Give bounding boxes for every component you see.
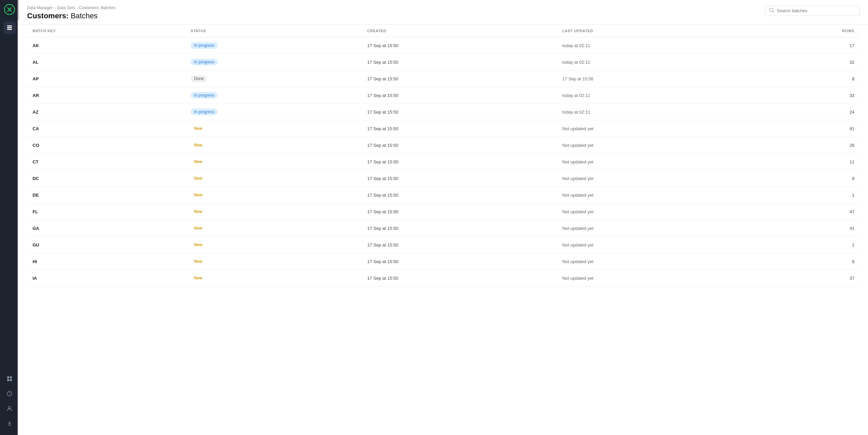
breadcrumb: Data Manager › Data Sets › Customers: Ba… — [27, 5, 116, 10]
cell-status: New — [185, 237, 362, 253]
cell-status: New — [185, 170, 362, 187]
cell-batch-key: AK — [27, 37, 185, 54]
cell-batch-key: CA — [27, 120, 185, 137]
table-row[interactable]: IA New 17 Sep at 15:50 Not updated yet 3… — [27, 270, 860, 286]
svg-rect-6 — [7, 376, 9, 378]
cell-created: 17 Sep at 15:50 — [362, 71, 557, 87]
table-row[interactable]: CO New 17 Sep at 15:50 Not updated yet 2… — [27, 137, 860, 154]
cell-rows: 37 — [752, 270, 860, 286]
cell-last-updated: today at 02:11 — [557, 54, 752, 71]
table-header: BATCH KEY STATUS CREATED LAST UPDATED RO… — [27, 25, 860, 37]
cell-rows: 32 — [752, 54, 860, 71]
breadcrumb-data-sets[interactable]: Data Sets — [57, 5, 75, 10]
cell-rows: 47 — [752, 203, 860, 220]
search-input[interactable] — [777, 8, 855, 13]
cell-rows: 26 — [752, 137, 860, 154]
breadcrumb-sep-1: › — [54, 5, 56, 10]
cell-rows: 9 — [752, 170, 860, 187]
sidebar-bottom: ? — [3, 373, 16, 431]
page-header: Data Manager › Data Sets › Customers: Ba… — [19, 0, 868, 25]
search-icon — [769, 8, 774, 14]
cell-status: New — [185, 253, 362, 270]
batches-table: BATCH KEY STATUS CREATED LAST UPDATED RO… — [27, 25, 860, 286]
table-row[interactable]: CT New 17 Sep at 15:50 Not updated yet 1… — [27, 154, 860, 170]
table-row[interactable]: GU New 17 Sep at 15:50 Not updated yet 1 — [27, 237, 860, 253]
cell-last-updated: Not updated yet — [557, 154, 752, 170]
breadcrumb-data-manager[interactable]: Data Manager — [27, 5, 53, 10]
cell-rows: 11 — [752, 154, 860, 170]
page-title-bold: Customers: — [27, 12, 68, 20]
svg-text:?: ? — [8, 392, 11, 396]
cell-rows: 8 — [752, 71, 860, 87]
svg-point-12 — [8, 407, 11, 409]
table-row[interactable]: AL In progress 17 Sep at 15:50 today at … — [27, 54, 860, 71]
cell-created: 17 Sep at 15:50 — [362, 203, 557, 220]
cell-batch-key: GA — [27, 220, 185, 237]
sidebar-item-datasets[interactable] — [3, 22, 16, 34]
table-row[interactable]: CA New 17 Sep at 15:50 Not updated yet 9… — [27, 120, 860, 137]
cell-rows: 41 — [752, 220, 860, 237]
sidebar-item-export[interactable] — [3, 417, 16, 430]
table-row[interactable]: AP Done 17 Sep at 15:50 17 Sep at 15:56 … — [27, 71, 860, 87]
cell-batch-key: CO — [27, 137, 185, 154]
sidebar-item-grid[interactable] — [3, 373, 16, 385]
cell-batch-key: CT — [27, 154, 185, 170]
cell-created: 17 Sep at 15:50 — [362, 270, 557, 286]
table-row[interactable]: GA New 17 Sep at 15:50 Not updated yet 4… — [27, 220, 860, 237]
cell-status: New — [185, 220, 362, 237]
table-container: BATCH KEY STATUS CREATED LAST UPDATED RO… — [19, 25, 868, 435]
cell-status: New — [185, 187, 362, 203]
table-row[interactable]: HI New 17 Sep at 15:50 Not updated yet 8 — [27, 253, 860, 270]
col-header-batch-key: BATCH KEY — [27, 25, 185, 37]
cell-created: 17 Sep at 15:50 — [362, 170, 557, 187]
search-box[interactable] — [765, 5, 860, 16]
cell-created: 17 Sep at 15:50 — [362, 154, 557, 170]
table-row[interactable]: AR In progress 17 Sep at 15:50 today at … — [27, 87, 860, 104]
main-content: Data Manager › Data Sets › Customers: Ba… — [19, 0, 868, 435]
cell-status: In progress — [185, 54, 362, 71]
table-row[interactable]: DC New 17 Sep at 15:50 Not updated yet 9 — [27, 170, 860, 187]
cell-created: 17 Sep at 15:50 — [362, 237, 557, 253]
table-body: AK In progress 17 Sep at 15:50 today at … — [27, 37, 860, 286]
table-row[interactable]: DE New 17 Sep at 15:50 Not updated yet 1 — [27, 187, 860, 203]
cell-last-updated: Not updated yet — [557, 187, 752, 203]
cell-created: 17 Sep at 15:50 — [362, 137, 557, 154]
cell-created: 17 Sep at 15:50 — [362, 87, 557, 104]
logo[interactable] — [4, 4, 15, 15]
page-title: Customers: Batches — [27, 12, 116, 20]
cell-rows: 1 — [752, 187, 860, 203]
cell-last-updated: 17 Sep at 15:56 — [557, 71, 752, 87]
sidebar: ? — [0, 0, 19, 435]
cell-last-updated: today at 02:11 — [557, 87, 752, 104]
svg-rect-3 — [7, 25, 12, 26]
cell-batch-key: DC — [27, 170, 185, 187]
cell-rows: 1 — [752, 237, 860, 253]
table-row[interactable]: AZ In progress 17 Sep at 15:50 today at … — [27, 104, 860, 120]
cell-status: In progress — [185, 87, 362, 104]
svg-rect-8 — [7, 379, 9, 381]
cell-status: In progress — [185, 37, 362, 54]
cell-batch-key: AR — [27, 87, 185, 104]
cell-status: New — [185, 270, 362, 286]
cell-batch-key: DE — [27, 187, 185, 203]
cell-last-updated: today at 02:11 — [557, 104, 752, 120]
sidebar-item-user[interactable] — [3, 402, 16, 415]
cell-created: 17 Sep at 15:50 — [362, 120, 557, 137]
col-header-rows: ROWS — [752, 25, 860, 37]
cell-status: New — [185, 203, 362, 220]
cell-created: 17 Sep at 15:50 — [362, 104, 557, 120]
svg-rect-4 — [7, 27, 12, 28]
col-header-status: STATUS — [185, 25, 362, 37]
breadcrumb-sep-2: › — [76, 5, 78, 10]
cell-last-updated: Not updated yet — [557, 253, 752, 270]
table-row[interactable]: FL New 17 Sep at 15:50 Not updated yet 4… — [27, 203, 860, 220]
table-row[interactable]: AK In progress 17 Sep at 15:50 today at … — [27, 37, 860, 54]
cell-last-updated: Not updated yet — [557, 120, 752, 137]
sidebar-item-help[interactable]: ? — [3, 388, 16, 400]
cell-status: New — [185, 154, 362, 170]
cell-batch-key: GU — [27, 237, 185, 253]
cell-last-updated: Not updated yet — [557, 137, 752, 154]
cell-rows: 91 — [752, 120, 860, 137]
svg-rect-5 — [7, 29, 12, 30]
cell-batch-key: FL — [27, 203, 185, 220]
